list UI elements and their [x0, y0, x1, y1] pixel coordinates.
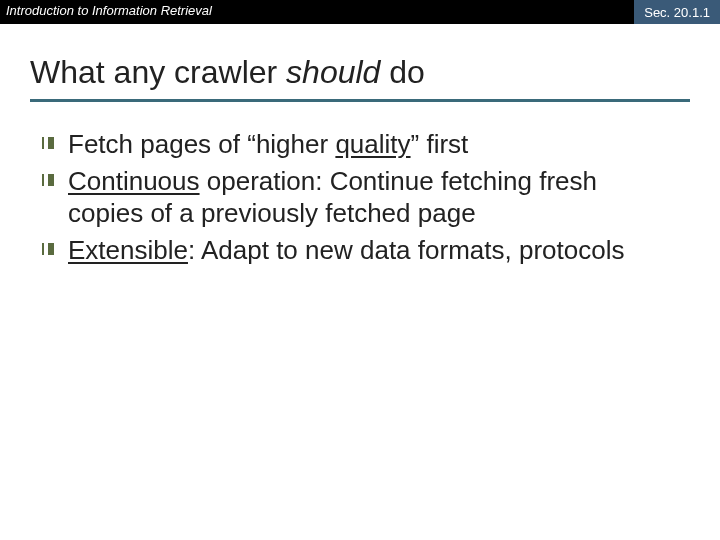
header-course-title: Introduction to Information Retrieval — [0, 0, 218, 24]
slide-title: What any crawler should do — [30, 54, 690, 97]
bullet-text: Fetch pages of “higher — [68, 129, 335, 159]
title-emphasis: should — [286, 54, 380, 90]
title-block: What any crawler should do — [0, 24, 720, 110]
bullet-underline: Extensible — [68, 235, 188, 265]
title-part-1: What any crawler — [30, 54, 286, 90]
header-section-badge: Sec. 20.1.1 — [634, 0, 720, 24]
bullet-item: Continuous operation: Continue fetching … — [42, 165, 678, 230]
title-underline-rule — [30, 99, 690, 102]
slide-content: Fetch pages of “higher quality” first Co… — [0, 110, 720, 266]
bullet-text: : Adapt to new data formats, protocols — [188, 235, 624, 265]
slide-header: Introduction to Information Retrieval Se… — [0, 0, 720, 24]
bullet-item: Extensible: Adapt to new data formats, p… — [42, 234, 678, 267]
title-part-2: do — [380, 54, 424, 90]
bullet-underline: Continuous — [68, 166, 200, 196]
bullet-list: Fetch pages of “higher quality” first Co… — [42, 128, 678, 266]
bullet-underline: quality — [335, 129, 410, 159]
bullet-item: Fetch pages of “higher quality” first — [42, 128, 678, 161]
bullet-text: ” first — [411, 129, 469, 159]
